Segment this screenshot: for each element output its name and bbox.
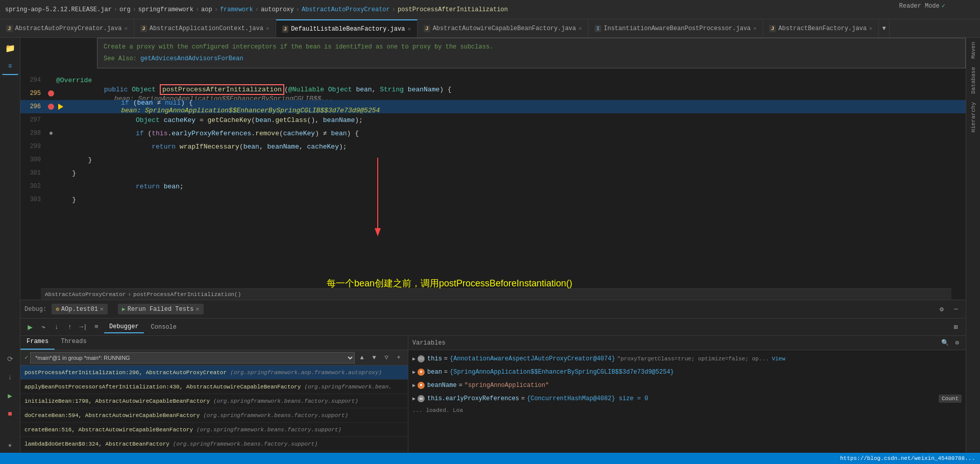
rerun-icon: ▶ <box>122 306 126 312</box>
center-area: Create a proxy with the configured inter… <box>20 38 966 453</box>
search-icon[interactable]: 🔍 <box>940 338 949 348</box>
close-icon[interactable]: ✕ <box>124 25 128 32</box>
restore-layout-btn[interactable]: ⊞ <box>950 322 962 333</box>
frame-method: initializeBean:1798, AbstractAutowireCap… <box>24 398 210 404</box>
add-btn[interactable]: + <box>394 353 404 363</box>
debug-tab-rerun[interactable]: ▶ Rerun Failed Tests ✕ <box>118 304 203 314</box>
check-icon: ✓ <box>24 354 28 361</box>
step-into-btn[interactable]: ↓ <box>51 322 62 333</box>
tab-default-listable[interactable]: J DefaultListableBeanFactory.java ✕ <box>276 19 418 38</box>
breadcrumb-jar: spring-aop-5.2.12.RELEASE.jar <box>5 6 112 13</box>
frame-item[interactable]: doCreateBean:594, AbstractAutowireCapabl… <box>20 408 408 423</box>
var-name: bean <box>427 369 442 376</box>
see-also-label: See Also: <box>104 55 137 62</box>
frame-item[interactable]: initializeBean:1798, AbstractAutowireCap… <box>20 394 408 408</box>
minimize-icon[interactable]: — <box>950 304 962 315</box>
java-icon: J <box>282 26 289 33</box>
variables-panel: Variables 🔍 ⚙ ▶ ○○ this = {AnnotationAwa… <box>408 336 966 453</box>
variables-label: Variables <box>412 339 446 347</box>
settings-icon[interactable]: ⚙ <box>936 304 947 315</box>
breadcrumb-class[interactable]: AbstractAutoProxyCreator <box>302 6 390 13</box>
debug-tab-aop-label: AOp.test01 <box>61 306 98 313</box>
threads-tab[interactable]: Threads <box>55 336 92 350</box>
expand-arrow[interactable]: ▶ <box>412 369 415 375</box>
debug-controls-stop[interactable]: ■ <box>2 406 18 422</box>
chinese-annotation: 每一个bean创建之前，调用postProcessBeforeInstantia… <box>327 277 572 289</box>
tab-abstract-autowire[interactable]: J AbstractAutowireCapableBeanFactory.jav… <box>418 19 589 38</box>
tab-more[interactable]: ▼ <box>879 19 889 38</box>
filter-btn[interactable]: ▽ <box>381 353 391 363</box>
expand-arrow[interactable]: ▶ <box>412 356 415 362</box>
close-icon[interactable]: ✕ <box>195 305 199 313</box>
loaded-note: ... loaded. Loa <box>408 405 966 416</box>
close-icon[interactable]: ✕ <box>579 25 582 32</box>
tab-label: AbstractAutoProxyCreator.java <box>15 25 122 32</box>
resume-btn[interactable]: ▶ <box>24 322 36 333</box>
debug-controls-step-into[interactable]: ↓ <box>2 369 18 385</box>
breadcrumb-bar: spring-aop-5.2.12.RELEASE.jar › org › sp… <box>0 0 980 19</box>
var-value: {ConcurrentHashMap@4082} size = 0 <box>527 395 648 402</box>
editor-footer-breadcrumb: AbstractAutoProxyCreator › postProcessAf… <box>41 288 951 300</box>
tab-abstract-auto-proxy[interactable]: J AbstractAutoProxyCreator.java ✕ <box>0 19 134 38</box>
database-label[interactable]: Database <box>970 63 976 98</box>
frame-item[interactable]: createBean:516, AbstractAutowireCapableB… <box>20 423 408 437</box>
frames-tab[interactable]: Frames <box>20 336 55 350</box>
debug-controls-resume[interactable]: ▶ <box>2 387 18 404</box>
frame-location: (org.springframework.bean. <box>304 384 392 390</box>
expand-arrow[interactable]: ▶ <box>412 396 415 402</box>
settings-icon[interactable]: ⚙ <box>952 338 962 348</box>
debug-controls-step-over[interactable]: ⟳ <box>2 351 18 367</box>
run-to-cursor-btn[interactable]: →| <box>78 322 89 333</box>
close-icon[interactable]: ✕ <box>407 26 411 32</box>
close-icon[interactable]: ✕ <box>869 25 873 32</box>
debug-tab-aop[interactable]: ⚙ AOp.test01 ✕ <box>52 304 108 314</box>
maven-label[interactable]: Maven <box>970 38 976 63</box>
sub-tab-debugger[interactable]: Debugger <box>104 321 144 333</box>
var-icon: ○○ <box>418 355 425 362</box>
tab-abstract-app-context[interactable]: J AbstractApplicationContext.java ✕ <box>134 19 276 38</box>
var-item-bean[interactable]: ▶ ● bean = {SpringAnnoApplication$$Enhan… <box>408 365 966 379</box>
variables-list: ▶ ○○ this = {AnnotationAwareAspectJAutoP… <box>408 350 966 453</box>
footer-method: postProcessAfterInitialization() <box>133 291 241 298</box>
var-item-early-proxy[interactable]: ▶ ∞ this.earlyProxyReferences = {Concurr… <box>408 392 966 405</box>
url-text: https://blog.csdn.net/weixin_45480788... <box>840 455 975 461</box>
tab-label: AbstractBeanFactory.java <box>778 25 867 32</box>
breadcrumb-springframework: springframework <box>138 6 193 13</box>
frame-item[interactable]: applyBeanPostProcessorsAfterInitializati… <box>20 380 408 394</box>
thread-selector: ✓ *main*@1 in group *main*: RUNNING ▲ ▼ … <box>20 350 408 365</box>
project-icon[interactable]: 📁 <box>2 40 18 57</box>
hierarchy-label[interactable]: Hierarchy <box>970 98 976 136</box>
thread-selector-dropdown[interactable]: *main*@1 in group *main*: RUNNING <box>30 352 355 363</box>
arrow-up-btn[interactable]: ▲ <box>357 353 367 363</box>
count-button[interactable]: Count <box>939 395 962 403</box>
frame-item[interactable]: lambda$doGetBean$0:324, AbstractBeanFact… <box>20 437 408 451</box>
expand-arrow[interactable]: ▶ <box>412 382 415 388</box>
tab-abstract-bean-factory[interactable]: J AbstractBeanFactory.java ✕ <box>763 19 879 38</box>
evaluate-btn[interactable]: ≡ <box>91 322 102 333</box>
breakpoint-296[interactable] <box>48 104 54 110</box>
debug-tab-rerun-label: Rerun Failed Tests <box>128 306 194 313</box>
var-value: {SpringAnnoApplication$$EnhancerBySpring… <box>450 369 674 376</box>
var-item-this[interactable]: ▶ ○○ this = {AnnotationAwareAspectJAutoP… <box>408 352 966 365</box>
main-area: 📁 ≡ ⟳ ↓ ▶ ■ ★ Create a proxy with the co… <box>0 38 980 453</box>
java-icon: J <box>424 25 430 32</box>
tab-instantiation-aware[interactable]: I InstantiationAwareBeanPostProcessor.ja… <box>589 19 763 38</box>
breadcrumb-framework[interactable]: framework <box>220 6 253 13</box>
breakpoint-295[interactable] <box>48 90 54 96</box>
var-item-beanname[interactable]: ▶ ● beanName = "springAnnoApplication" <box>408 379 966 392</box>
step-over-btn[interactable]: ↷ <box>38 322 49 333</box>
close-icon[interactable]: ✕ <box>266 25 270 32</box>
step-out-btn[interactable]: ↑ <box>64 322 76 333</box>
sub-tab-console[interactable]: Console <box>146 322 182 333</box>
frame-item[interactable]: postProcessAfterInitialization:296, Abst… <box>20 365 408 380</box>
left-sidebar: 📁 ≡ ⟳ ↓ ▶ ■ ★ <box>0 38 20 453</box>
structure-icon[interactable]: ≡ <box>2 59 18 75</box>
tabs-bar: J AbstractAutoProxyCreator.java ✕ J Abst… <box>0 19 980 38</box>
close-icon[interactable]: ✕ <box>100 305 104 313</box>
close-icon[interactable]: ✕ <box>753 25 757 32</box>
favorites-icon[interactable]: ★ <box>2 436 18 453</box>
debug-label: Debug: <box>24 306 46 313</box>
see-also-link[interactable]: getAdvicesAndAdvisorsForBean <box>140 55 243 62</box>
view-link[interactable]: View <box>772 356 785 362</box>
arrow-down-btn[interactable]: ▼ <box>369 353 379 363</box>
